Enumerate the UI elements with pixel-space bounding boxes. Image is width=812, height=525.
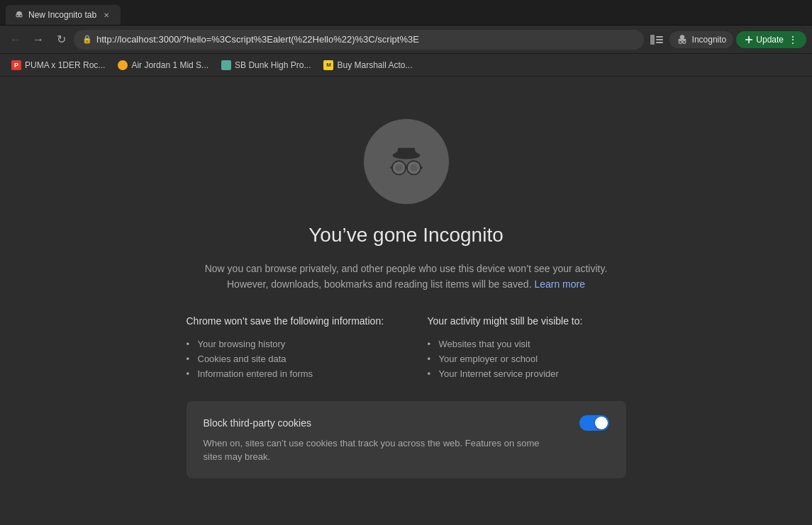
incognito-illustration — [382, 137, 431, 186]
cookie-block-header: Block third-party cookies — [204, 415, 609, 431]
tab-bar: New Incognito tab ✕ — [0, 0, 812, 26]
address-input[interactable] — [96, 34, 635, 45]
cookie-block-title: Block third-party cookies — [204, 417, 312, 429]
svg-point-14 — [392, 152, 420, 159]
page-description: Now you can browse privately, and other … — [201, 261, 612, 293]
list-item: Information entered in forms — [187, 366, 385, 381]
back-button[interactable]: ← — [6, 30, 26, 50]
bookmark-puma-label: PUMA x 1DER Roc... — [25, 60, 105, 70]
list-item: Your browsing history — [187, 337, 385, 351]
toggle-knob — [595, 417, 608, 429]
svg-point-9 — [679, 40, 682, 43]
still-visible-column: Your activity might still be visible to:… — [428, 315, 626, 381]
list-item: Cookies and site data — [187, 351, 385, 366]
sidebar-button[interactable] — [647, 30, 667, 50]
page-title: You’ve gone Incognito — [308, 224, 504, 247]
sb-favicon — [221, 60, 231, 70]
reload-button[interactable]: ↻ — [51, 30, 71, 50]
list-item: Your Internet service provider — [428, 366, 626, 381]
not-saved-column: Chrome won’t save the following informat… — [187, 315, 385, 381]
svg-point-17 — [395, 164, 403, 172]
svg-point-10 — [682, 40, 685, 43]
bookmark-sb-label: SB Dunk High Pro... — [235, 60, 311, 70]
bookmark-marshall-label: Buy Marshall Acto... — [337, 60, 412, 70]
toolbar: ← → ↻ 🔒 Incognito — [0, 26, 812, 54]
incognito-icon-circle — [364, 119, 449, 204]
still-visible-title: Your activity might still be visible to: — [428, 315, 626, 327]
tab-label: New Incognito tab — [28, 10, 96, 20]
bookmark-sb[interactable]: SB Dunk High Pro... — [216, 57, 316, 74]
toolbar-right: Incognito Update ⋮ — [647, 30, 806, 50]
cookie-block: Block third-party cookies When on, sites… — [187, 401, 626, 478]
list-item: Your employer or school — [428, 351, 626, 366]
bookmark-puma[interactable]: P PUMA x 1DER Roc... — [6, 57, 111, 74]
not-saved-title: Chrome won’t save the following informat… — [187, 315, 385, 327]
address-bar-container[interactable]: 🔒 — [74, 30, 644, 50]
cookie-block-description: When on, sites can’t use cookies that tr… — [204, 436, 558, 464]
svg-rect-6 — [656, 36, 663, 38]
tab-close-button[interactable]: ✕ — [101, 9, 112, 21]
jordan-favicon — [118, 60, 128, 70]
incognito-button[interactable]: Incognito — [669, 31, 734, 48]
learn-more-link[interactable]: Learn more — [534, 278, 585, 290]
bookmark-jordan-label: Air Jordan 1 Mid S... — [131, 60, 208, 70]
info-columns: Chrome won’t save the following informat… — [187, 315, 626, 381]
more-icon[interactable]: ⋮ — [788, 34, 798, 45]
forward-button[interactable]: → — [28, 30, 48, 50]
svg-rect-7 — [656, 39, 663, 40]
bookmark-jordan[interactable]: Air Jordan 1 Mid S... — [112, 57, 214, 74]
marshall-favicon: M — [323, 60, 333, 70]
lock-icon: 🔒 — [82, 35, 92, 44]
update-label: Update — [756, 35, 784, 45]
update-button[interactable]: Update ⋮ — [736, 31, 806, 48]
main-content: You’ve gone Incognito Now you can browse… — [0, 77, 812, 525]
still-visible-list: Websites that you visit Your employer or… — [428, 337, 626, 381]
tab-incognito-icon — [14, 9, 24, 21]
puma-favicon: P — [11, 60, 21, 70]
svg-point-20 — [410, 164, 418, 172]
svg-rect-5 — [650, 35, 655, 45]
not-saved-list: Your browsing history Cookies and site d… — [187, 337, 385, 381]
incognito-label: Incognito — [692, 35, 727, 45]
active-tab[interactable]: New Incognito tab ✕ — [6, 5, 121, 25]
cookie-toggle[interactable] — [579, 415, 609, 431]
list-item: Websites that you visit — [428, 337, 626, 351]
svg-rect-8 — [656, 42, 663, 43]
bookmark-marshall[interactable]: M Buy Marshall Acto... — [318, 57, 418, 74]
bookmarks-bar: P PUMA x 1DER Roc... Air Jordan 1 Mid S.… — [0, 54, 812, 77]
